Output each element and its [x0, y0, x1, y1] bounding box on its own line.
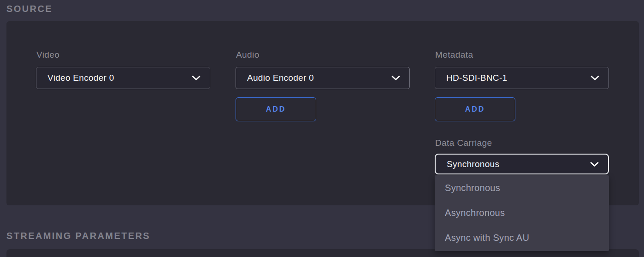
data-carriage-label: Data Carriage — [435, 138, 492, 148]
data-carriage-select-value: Synchronous — [436, 159, 499, 169]
metadata-select-value: HD-SDI-BNC-1 — [435, 73, 507, 83]
audio-select-value: Audio Encoder 0 — [236, 73, 314, 83]
chevron-down-icon — [192, 76, 201, 81]
video-column: Video Video Encoder 0 — [36, 21, 210, 205]
chevron-down-icon — [591, 76, 599, 81]
dropdown-option-async-with-sync-au[interactable]: Async with Sync AU — [435, 225, 609, 250]
audio-column: Audio Audio Encoder 0 ADD — [236, 21, 410, 205]
source-section-title: SOURCE — [6, 4, 53, 14]
source-panel: Video Video Encoder 0 Audio Audio Encode… — [6, 21, 639, 205]
metadata-column: Metadata HD-SDI-BNC-1 ADD Data Carriage … — [435, 21, 609, 205]
video-label: Video — [36, 50, 59, 60]
chevron-down-icon — [590, 161, 599, 167]
metadata-label: Metadata — [435, 50, 473, 60]
dropdown-option-asynchronous[interactable]: Asynchronous — [435, 200, 609, 225]
video-select[interactable]: Video Encoder 0 — [36, 67, 210, 89]
page: SOURCE Video Video Encoder 0 Audio Audio… — [0, 0, 644, 257]
data-carriage-select[interactable]: Synchronous — [435, 154, 609, 174]
audio-select[interactable]: Audio Encoder 0 — [236, 67, 410, 89]
video-select-value: Video Encoder 0 — [36, 73, 114, 83]
metadata-add-button[interactable]: ADD — [435, 97, 515, 121]
dropdown-option-synchronous[interactable]: Synchronous — [435, 175, 609, 200]
audio-label: Audio — [236, 50, 260, 60]
metadata-select[interactable]: HD-SDI-BNC-1 — [435, 67, 609, 89]
streaming-parameters-section-title: STREAMING PARAMETERS — [6, 231, 150, 241]
chevron-down-icon — [391, 76, 400, 81]
data-carriage-dropdown-menu: Synchronous Asynchronous Async with Sync… — [435, 175, 609, 251]
audio-add-button[interactable]: ADD — [236, 97, 316, 121]
